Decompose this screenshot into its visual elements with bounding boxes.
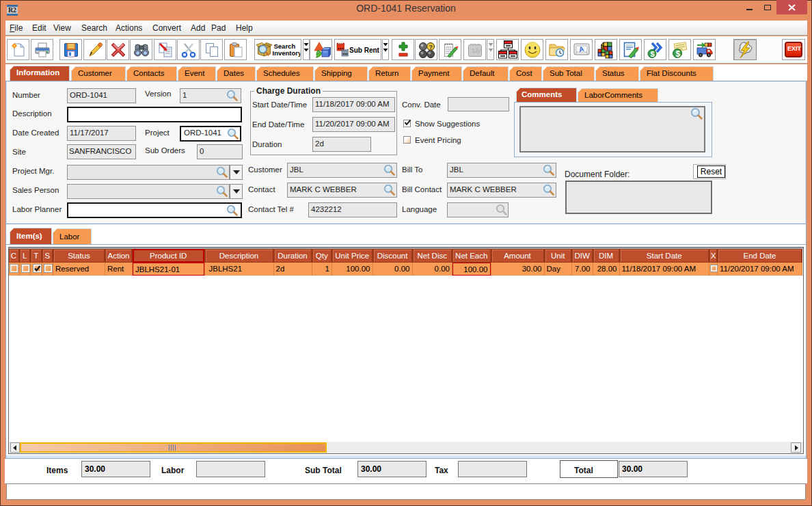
svg-text:$: $ <box>650 49 654 57</box>
svg-text:$: $ <box>675 49 680 58</box>
svg-text:?: ? <box>429 43 433 50</box>
svg-text:Inventory: Inventory <box>272 49 300 57</box>
svg-text:Sub Rent: Sub Rent <box>349 46 380 54</box>
